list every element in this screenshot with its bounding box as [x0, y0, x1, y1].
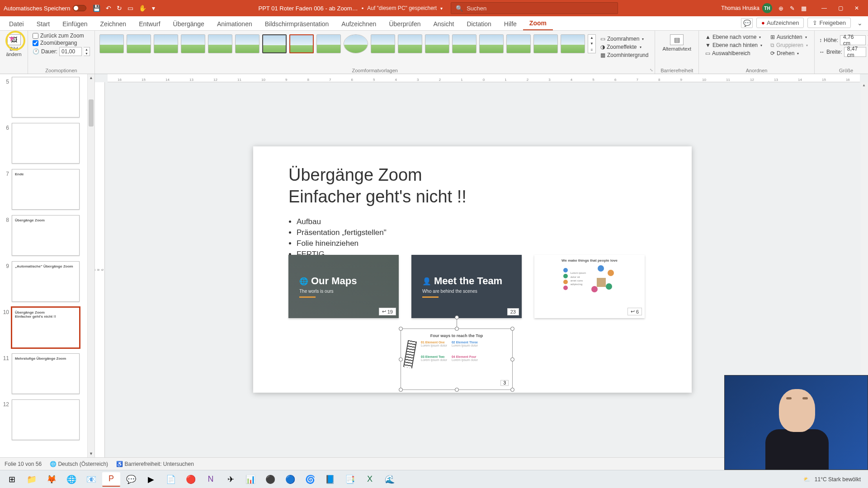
- style-preset[interactable]: [344, 34, 368, 53]
- record-button[interactable]: ●Aufzeichnen: [756, 18, 804, 28]
- selected-zoom-object[interactable]: Four ways to reach the Top 01 Element On…: [401, 328, 513, 390]
- slide-thumbnail[interactable]: Mehrstufige Übergänge Zoom: [12, 353, 80, 394]
- document-name[interactable]: PPT 01 Roter Faden 006 - ab Zoom…: [259, 5, 358, 12]
- style-preset[interactable]: [127, 34, 151, 53]
- touch-mode-icon[interactable]: ✋: [139, 5, 146, 12]
- file-explorer-icon[interactable]: 📁: [23, 472, 41, 487]
- duration-input[interactable]: 01,00: [59, 47, 82, 56]
- width-input[interactable]: 8,47 cm: [844, 47, 867, 57]
- vlc-icon[interactable]: ▶: [142, 472, 160, 487]
- style-preset[interactable]: [316, 34, 341, 53]
- tab-zoom[interactable]: Zoom: [523, 17, 553, 30]
- slide-counter[interactable]: Folie 10 von 56: [5, 461, 42, 467]
- tab-zeichnen[interactable]: Zeichnen: [94, 18, 133, 30]
- minimize-button[interactable]: —: [816, 3, 832, 14]
- chrome-icon[interactable]: 🌐: [62, 472, 80, 487]
- resize-handle[interactable]: [455, 388, 459, 392]
- slide-thumbnail[interactable]: [12, 399, 80, 440]
- tab-bildschirmpraesentation[interactable]: Bildschirmpräsentation: [259, 18, 335, 30]
- style-preset[interactable]: [154, 34, 178, 53]
- alt-text-button[interactable]: ▤ Alternativtext: [660, 33, 694, 53]
- app-icon[interactable]: 🌀: [301, 472, 319, 487]
- dialog-launcher-icon[interactable]: ⤡: [650, 68, 653, 72]
- autosave-toggle[interactable]: Automatisches Speichern: [4, 5, 86, 12]
- zoom-styles-gallery[interactable]: ▲▼≡ ▭Zoomrahmen▾ ◑Zoomeffekte▾ ▦Zoomhint…: [99, 33, 650, 59]
- align-button[interactable]: ⊞Ausrichten▾: [769, 33, 810, 41]
- app-icon[interactable]: 💬: [122, 472, 140, 487]
- tab-uebergaenge[interactable]: Übergänge: [167, 18, 211, 30]
- resize-handle[interactable]: [399, 327, 403, 331]
- start-button[interactable]: ⊞: [3, 472, 21, 487]
- app-icon[interactable]: 📑: [341, 472, 359, 487]
- comments-button[interactable]: 💬: [741, 18, 753, 28]
- rotate-handle[interactable]: [455, 315, 459, 319]
- from-beginning-icon[interactable]: ▭: [127, 5, 133, 12]
- style-preset[interactable]: [506, 34, 531, 53]
- ink-icon[interactable]: ✎: [790, 5, 795, 12]
- excel-icon[interactable]: X: [361, 472, 379, 487]
- tab-ansicht[interactable]: Ansicht: [427, 18, 460, 30]
- redo-icon[interactable]: ↻: [117, 5, 122, 12]
- gallery-scroll[interactable]: ▲▼≡: [588, 34, 596, 53]
- tab-hilfe[interactable]: Hilfe: [498, 18, 523, 30]
- window-layout-icon[interactable]: ▦: [801, 5, 807, 12]
- zoom-frame-button[interactable]: ▭Zoomrahmen▾: [599, 35, 650, 42]
- style-preset[interactable]: [452, 34, 476, 53]
- tab-einfuegen[interactable]: Einfügen: [56, 18, 94, 30]
- user-account[interactable]: Thomas Hruska TH: [721, 3, 772, 13]
- zoom-effects-button[interactable]: ◑Zoomeffekte▾: [599, 43, 650, 51]
- tab-aufzeichnen[interactable]: Aufzeichnen: [335, 18, 382, 30]
- duration-spinner[interactable]: ▲▼: [84, 47, 90, 56]
- resize-handle[interactable]: [510, 388, 514, 392]
- app-icon[interactable]: 📊: [241, 472, 259, 487]
- zoom-card-info[interactable]: We make things that people love Lorem ip…: [534, 255, 645, 318]
- style-preset[interactable]: [371, 34, 395, 53]
- resize-handle[interactable]: [399, 357, 403, 361]
- slide-thumbnail[interactable]: „Automatische" Übergänge Zoom: [12, 261, 80, 302]
- style-preset[interactable]: [425, 34, 449, 53]
- resize-handle[interactable]: [399, 388, 403, 392]
- outlook-icon[interactable]: 📧: [82, 472, 100, 487]
- weather-icon[interactable]: ⛅: [803, 476, 810, 483]
- selection-pane-button[interactable]: ▭Auswahlbereich: [703, 50, 764, 57]
- slide-title[interactable]: Übergänge Zoom Einfacher geht's nicht !!: [288, 164, 692, 207]
- undo-icon[interactable]: ↶: [106, 5, 111, 12]
- slide-editor[interactable]: Übergänge Zoom Einfacher geht's nicht !!…: [253, 146, 692, 393]
- slide-bullets[interactable]: Aufbau Präsentation „fertigstellen" Foli…: [288, 216, 692, 260]
- save-icon[interactable]: 💾: [93, 5, 100, 12]
- share-button[interactable]: ⇪Freigeben: [807, 18, 851, 28]
- style-preset[interactable]: [99, 34, 124, 53]
- slide-thumbnail[interactable]: Übergänge ZoomEinfacher geht's nicht !!: [12, 307, 80, 348]
- slide-thumbnail[interactable]: Ende: [12, 169, 80, 210]
- close-button[interactable]: ✕: [849, 3, 864, 14]
- toggle-switch-icon[interactable]: [73, 5, 86, 11]
- language-status[interactable]: 🌐 Deutsch (Österreich): [50, 461, 108, 467]
- style-preset[interactable]: [208, 34, 232, 53]
- tab-entwurf[interactable]: Entwurf: [132, 18, 166, 30]
- resize-handle[interactable]: [455, 327, 459, 331]
- style-preset[interactable]: [235, 34, 259, 53]
- style-preset[interactable]: [533, 34, 558, 53]
- style-preset[interactable]: [181, 34, 205, 53]
- edge-icon[interactable]: 🌊: [381, 472, 399, 487]
- accessibility-status[interactable]: ♿ Barrierefreiheit: Untersuchen: [116, 461, 194, 467]
- zoom-background-button[interactable]: ▦Zoomhintergrund: [599, 52, 650, 59]
- thumbnails-scrollbar[interactable]: ▲▼: [87, 74, 94, 457]
- tab-ueberpruefen[interactable]: Überprüfen: [382, 18, 427, 30]
- tab-dictation[interactable]: Dictation: [460, 18, 497, 30]
- zoom-transition-checkbox[interactable]: Zoomübergang: [33, 40, 90, 46]
- onenote-icon[interactable]: N: [202, 472, 220, 487]
- app-icon[interactable]: ⚫: [261, 472, 279, 487]
- qat-dropdown-icon[interactable]: ▾: [152, 5, 155, 12]
- app-icon[interactable]: 📄: [162, 472, 180, 487]
- slide-thumbnails-panel[interactable]: 5 6 7 Ende8 Übergänge Zoom9 „Automatisch…: [0, 74, 95, 457]
- style-preset[interactable]: [561, 34, 585, 53]
- telegram-icon[interactable]: ✈: [222, 472, 240, 487]
- slide-thumbnail[interactable]: Übergänge Zoom: [12, 215, 80, 256]
- style-preset[interactable]: [262, 34, 287, 53]
- zoom-card-team[interactable]: 👤Meet the Team Who are behind the scenes…: [411, 255, 522, 318]
- chevron-down-icon[interactable]: ▾: [440, 6, 443, 11]
- tab-animationen[interactable]: Animationen: [211, 18, 259, 30]
- style-preset-selected[interactable]: [289, 34, 314, 53]
- style-preset[interactable]: [398, 34, 422, 53]
